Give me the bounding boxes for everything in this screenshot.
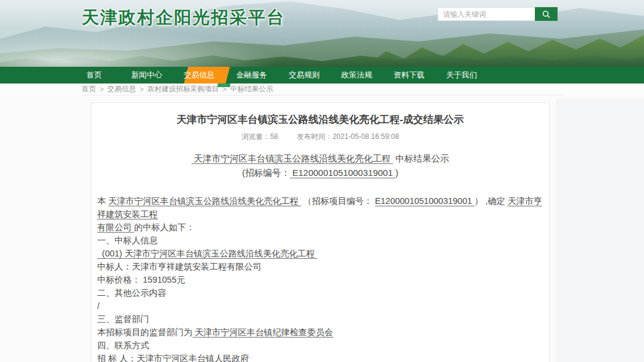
site-title: 天津政村企阳光招采平台 (82, 6, 285, 30)
article-line: / (97, 299, 543, 313)
underlined-text: 天津市宁河区丰台镇滨玉公路线沿线美化亮化工程 (191, 153, 393, 164)
text-segment: 四、联系方式 (97, 341, 149, 350)
text-segment: 本 (97, 196, 109, 206)
article-line: 一、中标人信息 (97, 234, 543, 247)
nav-item-新闻中心[interactable]: 新闻中心 (120, 67, 173, 83)
article-line: 本 天津市宁河区丰台镇滨玉公路线沿线美化亮化工程 （招标项目编号： E12000… (97, 194, 543, 221)
article-meta: 浏览量：58 发布时间：2021-05-08 16:59:08 (97, 132, 543, 142)
article-line: 中标人：天津市亨祥建筑安装工程有限公司 (97, 260, 543, 273)
breadcrumb-link[interactable]: 中标结果公示 (230, 84, 273, 94)
nav-item-label: 交易信息 (184, 70, 215, 81)
underlined-text: E1200001051000319001 (290, 168, 395, 178)
underlined-text: 天津市宁河区丰台镇滨玉公路线沿线美化亮化工程 (109, 196, 301, 206)
underlined-text: E1200001051000319001 (375, 196, 475, 206)
text-segment: 中标结果公示 (393, 153, 449, 163)
underlined-text: 有限公司 (97, 222, 134, 233)
nav-item-首页[interactable]: 首页 (68, 67, 120, 83)
text-segment: （招标项目编号： (301, 196, 375, 206)
breadcrumb-link[interactable]: 农村建设招标采购项目 (147, 84, 219, 94)
article-line: 本招标项目的监督部门为 天津市宁河区丰台镇纪律检查委员会 (97, 326, 543, 339)
text-segment: / (97, 301, 100, 311)
nav-item-label: 资料下载 (394, 70, 425, 81)
page: 天津政村企阳光招采平台 首页新闻中心交易信息金融服务交易规则政策法规资料下载关于… (0, 0, 644, 362)
article-line: 二、其他公示内容 (97, 286, 543, 299)
nav-item-label: 政策法规 (341, 70, 372, 81)
nav-item-label: 关于我们 (446, 70, 477, 81)
text-segment: 三、监督部门 (97, 314, 149, 324)
nav-item-label: 金融服务 (236, 70, 267, 81)
text-segment: 二、其他公示内容 (97, 288, 166, 298)
underlined-text: 天津市宁河区丰台镇纪律检查委员会 (193, 327, 333, 338)
text-segment: 本招标项目的监督部门为 (97, 327, 193, 337)
article-body: 本 天津市宁河区丰台镇滨玉公路线沿线美化亮化工程 （招标项目编号： E12000… (97, 194, 543, 362)
content-area: 天津市宁河区丰台镇滨玉公路线沿线美化亮化工程-成交结果公示 浏览量：58 发布时… (0, 95, 644, 362)
article-line: (招标编号： E1200001051000319001 ) (97, 166, 543, 180)
publish-label: 发布时间： (297, 132, 333, 141)
underlined-text: (001) 天津市宁河区丰台镇滨玉公路线沿线美化亮化工程 (97, 249, 317, 259)
text-segment: 中标人：天津市亨祥建筑安装工程有限公司 (97, 262, 262, 271)
breadcrumb-separator: > (140, 85, 144, 94)
article-line: 有限公司 的中标人如下： (97, 221, 543, 234)
article-title: 天津市宁河区丰台镇滨玉公路线沿线美化亮化工程-成交结果公示 (97, 113, 543, 126)
article-line: 天津市宁河区丰台镇滨玉公路线沿线美化亮化工程 中标结果公示 (97, 151, 543, 166)
nav-item-label: 新闻中心 (131, 70, 162, 81)
article-line: 四、联系方式 (97, 339, 543, 352)
nav-item-政策法规[interactable]: 政策法规 (330, 67, 383, 83)
active-tab-extension (218, 83, 230, 87)
text-segment: ） ,确定 (475, 196, 508, 206)
search-button[interactable] (535, 7, 558, 21)
main-nav: 首页新闻中心交易信息金融服务交易规则政策法规资料下载关于我们 (0, 67, 644, 83)
nav-item-label: 首页 (86, 70, 102, 81)
nav-item-交易信息[interactable]: 交易信息 (173, 67, 225, 83)
nav-item-金融服务[interactable]: 金融服务 (225, 67, 278, 83)
search-input[interactable] (438, 7, 535, 21)
text-segment: (招标编号： (242, 168, 290, 178)
nav-item-label: 交易规则 (289, 70, 320, 81)
nav-item-关于我们[interactable]: 关于我们 (435, 67, 488, 83)
article-card: 天津市宁河区丰台镇滨玉公路线沿线美化亮化工程-成交结果公示 浏览量：58 发布时… (91, 103, 550, 362)
breadcrumb-separator: > (100, 85, 104, 94)
search-icon (542, 10, 550, 18)
article-subtitle: 天津市宁河区丰台镇滨玉公路线沿线美化亮化工程 中标结果公示(招标编号： E120… (97, 151, 543, 180)
breadcrumb: 首页>交易信息>农村建设招标采购项目>中标结果公示 (82, 83, 564, 95)
header-banner: 天津政村企阳光招采平台 (0, 0, 644, 67)
nav-item-资料下载[interactable]: 资料下载 (383, 67, 435, 83)
nav-item-交易规则[interactable]: 交易规则 (278, 67, 330, 83)
views-count: 浏览量：58 (242, 132, 278, 141)
breadcrumb-link[interactable]: 交易信息 (107, 84, 136, 94)
text-segment: 的中标人如下： (134, 222, 195, 232)
article-line: (001) 天津市宁河区丰台镇滨玉公路线沿线美化亮化工程 (97, 247, 543, 260)
text-segment: 招 标 人：天津市宁河区丰台镇人民政府 (97, 354, 249, 362)
article-line: 中标价格： 1591055元 (97, 273, 543, 286)
publish-time: 发布时间：2021-05-08 16:59:08 (297, 132, 399, 141)
search-bar (438, 7, 558, 21)
text-segment: ) (395, 168, 398, 178)
right-background-panel (556, 98, 644, 362)
text-segment: 中标价格： 1591055元 (97, 275, 185, 284)
text-segment: 一、中标人信息 (97, 236, 158, 245)
views-label: 浏览量： (242, 132, 270, 141)
article-line: 三、监督部门 (97, 313, 543, 326)
publish-value: 2021-05-08 16:59:08 (333, 132, 399, 141)
views-value: 58 (270, 132, 278, 141)
article-line: 招 标 人：天津市宁河区丰台镇人民政府 (97, 352, 543, 362)
breadcrumb-link[interactable]: 首页 (82, 84, 96, 94)
